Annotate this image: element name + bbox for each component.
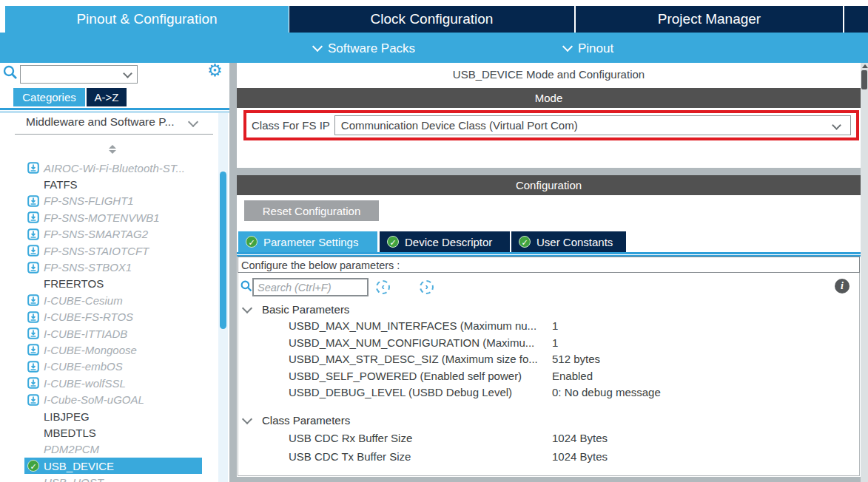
list-item[interactable]: FP-SNS-STAIOTCFT [24, 242, 219, 259]
list-item[interactable]: I-CUBE-embOS [24, 359, 219, 375]
param-name: USBD_SELF_POWERED (Enabled self power) [289, 370, 522, 382]
list-item[interactable]: MBEDTLS [24, 424, 219, 441]
list-item-label: FP-SNS-FLIGHT1 [44, 194, 134, 207]
download-icon [27, 311, 39, 323]
reset-configuration-button[interactable]: Reset Configuration [244, 200, 379, 221]
download-icon [27, 294, 39, 306]
configuration-header-label: Configuration [516, 179, 582, 191]
param-name: USBD_MAX_STR_DESC_SIZ (Maximum size fo..… [289, 353, 538, 365]
tab-user-constants[interactable]: ✓ User Constants [511, 231, 626, 252]
param-row[interactable]: USB CDC Tx Buffer Size 1024 Bytes [237, 449, 861, 465]
param-row[interactable]: USB CDC Rx Buffer Size 1024 Bytes [237, 430, 861, 447]
tab-label: Device Descriptor [405, 236, 492, 248]
param-row[interactable]: USBD_SELF_POWERED (Enabled self power) E… [237, 368, 861, 384]
gear-icon[interactable]: ⚙ [207, 62, 223, 79]
list-item-label: FREERTOS [44, 277, 104, 290]
search-icon [3, 65, 18, 80]
main-scrollbar-track[interactable] [861, 63, 868, 482]
param-name: USB CDC Rx Buffer Size [289, 432, 412, 444]
tab-device-descriptor[interactable]: ✓ Device Descriptor [380, 231, 510, 252]
download-icon [27, 377, 39, 389]
search-next-button[interactable]: › [420, 280, 434, 294]
param-name: USB CDC Tx Buffer Size [289, 450, 411, 463]
tab-label: User Constants [536, 236, 613, 248]
download-icon [27, 327, 39, 339]
download-icon [27, 195, 39, 207]
info-icon[interactable]: i [835, 279, 850, 293]
divider [237, 252, 861, 254]
param-row[interactable]: USBD_MAX_STR_DESC_SIZ (Maximum size fo..… [237, 351, 861, 367]
list-item-label: I-CUBE-Cesium [44, 294, 123, 307]
sort-handle-icon[interactable] [109, 145, 116, 154]
software-packs-menu[interactable]: Software Packs [314, 38, 415, 59]
list-item-label: I-CUBE-FS-RTOS [44, 310, 133, 323]
tab-parameter-settings[interactable]: ✓ Parameter Settings [238, 231, 377, 252]
category-middleware-header[interactable]: Middleware and Software P... [26, 115, 174, 129]
list-item-label: I-Cube-SoM-uGOAL [44, 393, 144, 406]
divider [15, 134, 213, 135]
list-item-label: PDM2PCM [44, 443, 99, 455]
list-item-label: I-CUBE-wolfSSL [44, 377, 126, 390]
list-item[interactable]: FATFS [24, 176, 219, 192]
sidebar-scrollbar-thumb[interactable] [220, 172, 226, 329]
scroll-up-arrow-icon[interactable] [862, 64, 868, 68]
header-blue-bar [0, 33, 868, 63]
group-label: Class Parameters [262, 414, 350, 427]
stm32cubemx-window: Pinout & Configuration Clock Configurati… [0, 0, 868, 482]
param-name: USBD_MAX_NUM_CONFIGURATION (Maximu... [289, 336, 534, 349]
tab-pinout-configuration[interactable]: Pinout & Configuration [5, 6, 289, 33]
list-item[interactable]: FREERTOS [24, 276, 219, 292]
list-item[interactable]: FP-SNS-SMARTAG2 [24, 226, 219, 242]
list-item[interactable]: I-CUBE-Mongoose [24, 342, 219, 358]
list-item[interactable]: LIBJPEG [24, 408, 219, 424]
sidebar-tab-a-to-z[interactable]: A->Z [87, 88, 127, 106]
list-item-label: FATFS [44, 178, 78, 191]
class-for-fs-ip-dropdown[interactable]: Communication Device Class (Virtual Port… [334, 115, 851, 135]
param-value: 512 bytes [552, 353, 600, 365]
sidebar-tab-categories[interactable]: Categories [13, 88, 85, 106]
param-row[interactable]: USBD_MAX_NUM_INTERFACES (Maximum nu... 1 [237, 318, 861, 334]
param-value: 1 [552, 319, 558, 332]
list-item[interactable]: I-CUBE-Cesium [24, 292, 219, 308]
class-for-fs-ip-label: Class For FS IP [252, 119, 330, 132]
param-row[interactable]: USBD_DEBUG_LEVEL (USBD Debug Level) 0: N… [237, 384, 861, 401]
list-item-label: USB_DEVICE [44, 460, 114, 472]
list-item[interactable]: FP-SNS-FLIGHT1 [24, 193, 219, 209]
param-value: 0: No debug message [552, 386, 661, 398]
list-item[interactable]: USB_HOST [24, 474, 219, 482]
tab-clock-configuration[interactable]: Clock Configuration [289, 6, 574, 33]
list-item-usb-device-selected[interactable]: ✓ USB_DEVICE [24, 458, 202, 474]
list-item[interactable]: AIROC-Wi-Fi-Bluetooth-ST... [24, 160, 219, 176]
tab-label: Project Manager [658, 11, 761, 27]
download-icon [27, 211, 39, 223]
main-scrollbar-thumb[interactable] [861, 70, 867, 89]
page-title: USB_DEVICE Mode and Configuration [237, 68, 861, 81]
param-row[interactable]: USBD_MAX_NUM_CONFIGURATION (Maximu... 1 [237, 335, 861, 351]
divider [0, 112, 229, 113]
chevron-down-icon [312, 41, 323, 52]
sidebar-search-combobox[interactable] [20, 65, 138, 84]
group-basic-parameters[interactable]: Basic Parameters [237, 301, 349, 317]
list-item[interactable]: I-CUBE-FS-RTOS [24, 309, 219, 325]
tab-project-manager[interactable]: Project Manager [576, 6, 843, 33]
list-item[interactable]: I-CUBE-wolfSSL [24, 375, 219, 391]
download-icon [27, 162, 39, 174]
search-prev-button[interactable]: ‹ [376, 280, 390, 294]
list-item[interactable]: FP-SNS-MOTENVWB1 [24, 209, 219, 225]
pinout-menu[interactable]: Pinout [564, 38, 613, 59]
tab-partial-right[interactable] [844, 6, 868, 33]
list-item-label: FP-SNS-STAIOTCFT [44, 245, 149, 257]
list-item[interactable]: FP-SNS-STBOX1 [24, 259, 219, 275]
list-item[interactable]: I-CUBE-ITTIADB [24, 325, 219, 342]
chevron-down-icon [123, 69, 132, 78]
download-icon [27, 245, 39, 257]
tab-label: Categories [22, 91, 76, 103]
parameter-search-input[interactable] [252, 278, 369, 296]
group-label: Basic Parameters [262, 303, 349, 316]
download-icon [27, 228, 39, 240]
list-item[interactable]: I-Cube-SoM-uGOAL [24, 391, 219, 407]
group-class-parameters[interactable]: Class Parameters [237, 412, 350, 428]
panel-divider[interactable] [229, 63, 237, 482]
list-item[interactable]: PDM2PCM [24, 441, 219, 458]
configuration-section-header: Configuration [237, 175, 861, 195]
